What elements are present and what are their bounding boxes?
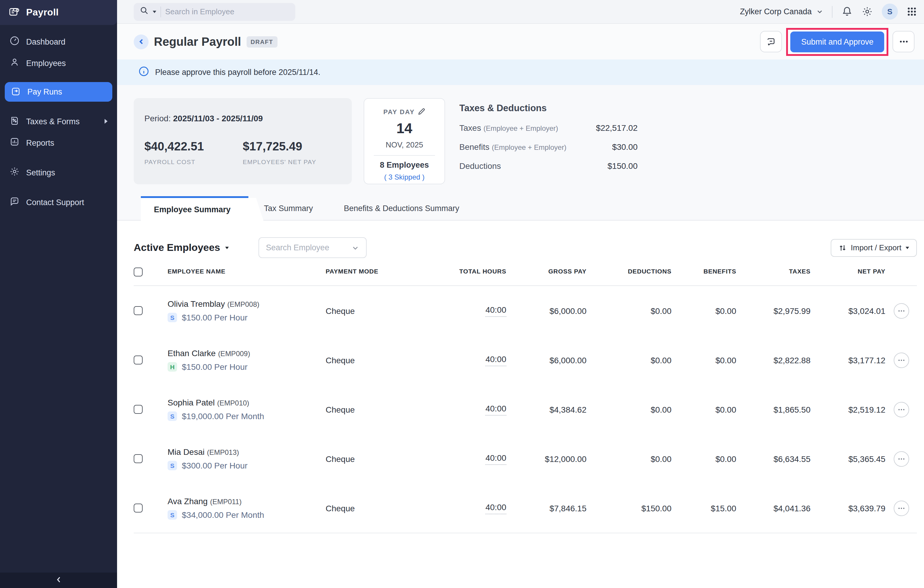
table-row: Mia Desai(EMP013) S $300.00 Per Hour Che… [134, 434, 917, 483]
payment-mode-cell: Cheque [315, 503, 416, 513]
filter-caret-icon [225, 246, 228, 249]
employee-filter-dropdown[interactable]: Active Employees [134, 242, 228, 254]
payroll-cost-value: $40,422.51 [144, 140, 243, 154]
settings-button[interactable] [861, 6, 873, 17]
benefits-cell: $0.00 [672, 355, 736, 365]
table-row: Ava Zhang(EMP011) S $34,000.00 Per Month… [134, 483, 917, 533]
gross-pay-cell: $12,000.00 [506, 454, 586, 463]
user-avatar[interactable]: S [882, 3, 898, 20]
total-hours-value[interactable]: 40:00 [485, 354, 506, 366]
status-badge: DRAFT [246, 36, 277, 47]
employee-id: (EMP013) [207, 448, 239, 457]
import-export-button[interactable]: Import / Export [831, 239, 917, 256]
collapse-chevron-icon [55, 575, 62, 586]
net-pay-cell: $3,177.12 [810, 355, 885, 365]
pay-type-badge: S [168, 313, 177, 322]
payday-month-year: NOV, 2025 [370, 140, 439, 149]
chevron-down-icon [351, 244, 359, 251]
approval-banner: Please approve this payroll before 2025/… [117, 59, 924, 85]
payroll-logo-icon [8, 5, 20, 20]
employee-name-cell: Olivia Tremblay(EMP008) S $150.00 Per Ho… [157, 299, 315, 322]
sidebar-item-employees[interactable]: Employees [0, 52, 117, 74]
info-icon [139, 66, 149, 79]
ellipsis-icon [899, 37, 908, 46]
payday-label: PAY DAY [383, 108, 415, 115]
sidebar-item-reports[interactable]: Reports [0, 132, 117, 154]
payroll-cost-label: PAYROLL COST [144, 158, 243, 165]
deductions-cell: $150.00 [586, 503, 672, 513]
row-actions-button[interactable] [893, 500, 909, 516]
sidebar-collapse-button[interactable] [0, 573, 117, 588]
edit-pencil-icon[interactable] [418, 107, 426, 116]
total-hours-cell: 40:00 [416, 453, 506, 465]
employee-id: (EMP011) [210, 498, 241, 506]
total-hours-cell: 40:00 [416, 354, 506, 366]
row-checkbox[interactable] [134, 454, 143, 463]
gross-pay-cell: $4,384.62 [506, 405, 586, 414]
total-hours-value[interactable]: 40:00 [485, 403, 506, 415]
total-hours-value[interactable]: 40:00 [485, 305, 506, 317]
row-actions-button[interactable] [893, 451, 909, 466]
payday-day: 14 [370, 120, 439, 137]
search-input[interactable] [165, 7, 272, 16]
pay-type-badge: H [168, 362, 177, 372]
app-logo[interactable]: Payroll [0, 0, 117, 25]
row-checkbox[interactable] [134, 405, 143, 414]
period-label: Period: [144, 114, 171, 123]
comments-button[interactable] [760, 31, 782, 52]
taxes-cell: $4,041.36 [736, 503, 810, 513]
row-actions-button[interactable] [893, 352, 909, 368]
employee-search-select[interactable]: Search Employee [258, 237, 366, 258]
deductions-cell: $0.00 [586, 454, 672, 463]
deductions-cell: $0.00 [586, 405, 672, 414]
sidebar-item-pay-runs[interactable]: Pay Runs [5, 82, 112, 102]
row-actions-button[interactable] [893, 401, 909, 417]
submenu-chevron-icon [105, 119, 107, 124]
import-export-caret-icon [906, 246, 909, 249]
net-pay-value: $17,725.49 [243, 140, 341, 154]
tab-employee-summary[interactable]: Employee Summary [141, 196, 248, 221]
table-row: Olivia Tremblay(EMP008) S $150.00 Per Ho… [134, 286, 917, 335]
summary-cards: Period: 2025/11/03 - 2025/11/09 $40,422.… [134, 98, 917, 184]
notifications-button[interactable] [842, 6, 853, 17]
row-actions-button[interactable] [893, 303, 909, 319]
employee-table-body: Olivia Tremblay(EMP008) S $150.00 Per Ho… [134, 286, 917, 533]
import-export-icon [838, 243, 847, 252]
payday-skipped-link[interactable]: ( 3 Skipped ) [370, 173, 439, 181]
sidebar-item-settings[interactable]: Settings [0, 162, 117, 183]
more-options-button[interactable] [893, 31, 914, 52]
total-hours-value[interactable]: 40:00 [485, 453, 506, 465]
employee-name: Olivia Tremblay [168, 299, 225, 309]
employee-name-cell: Sophia Patel(EMP010) S $19,000.00 Per Mo… [157, 398, 315, 421]
global-search[interactable] [134, 3, 295, 20]
back-button[interactable] [134, 34, 148, 49]
row-checkbox[interactable] [134, 306, 143, 315]
app-grid-button[interactable] [907, 7, 917, 17]
reports-icon [10, 137, 20, 149]
tab-benefits-deductions-summary[interactable]: Benefits & Deductions Summary [328, 196, 475, 221]
benefits-cell: $0.00 [672, 306, 736, 315]
app-title: Payroll [26, 7, 59, 18]
sidebar-item-taxes-forms[interactable]: Taxes & Forms [0, 111, 117, 132]
payday-card: PAY DAY 14 NOV, 2025 8 Employees ( 3 Ski… [364, 98, 445, 184]
select-all-checkbox[interactable] [134, 268, 143, 276]
total-hours-value[interactable]: 40:00 [485, 502, 506, 514]
total-hours-cell: 40:00 [416, 403, 506, 415]
row-checkbox[interactable] [134, 355, 143, 365]
row-checkbox[interactable] [134, 504, 143, 512]
submit-and-approve-button[interactable]: Submit and Approve [790, 31, 884, 52]
ellipsis-icon [898, 406, 905, 413]
pay-type-badge: S [168, 510, 177, 520]
deductions-row: Deductions $150.00 [459, 161, 638, 171]
summary-tabs: Employee Summary Tax Summary Benefits & … [117, 196, 924, 221]
benefits-cell: $0.00 [672, 405, 736, 414]
main-content: Period: 2025/11/03 - 2025/11/09 $40,422.… [117, 85, 924, 588]
employee-name: Ethan Clarke [168, 349, 216, 358]
net-pay-cell: $3,024.01 [810, 306, 885, 315]
sidebar-item-dashboard[interactable]: Dashboard [0, 31, 117, 52]
org-switcher[interactable]: Zylker Corp Canada [740, 7, 823, 16]
sidebar-item-contact-support[interactable]: Contact Support [0, 192, 117, 213]
net-pay-cell: $2,519.12 [810, 405, 885, 414]
table-row: Sophia Patel(EMP010) S $19,000.00 Per Mo… [134, 385, 917, 434]
search-scope-caret-icon[interactable] [153, 10, 156, 13]
